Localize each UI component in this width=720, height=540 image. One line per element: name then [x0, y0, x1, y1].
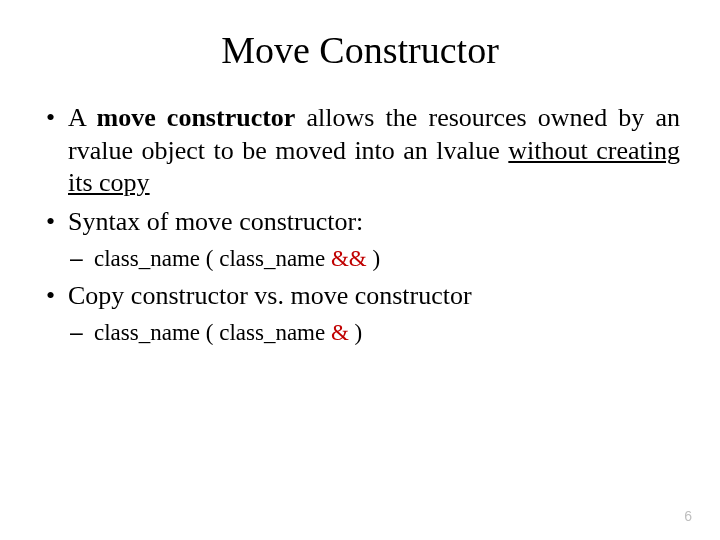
bullet-move-constructor-def: A move constructor allows the resources …	[40, 102, 680, 200]
sub-bullet-list-syntax: class_name ( class_name && )	[40, 244, 680, 274]
bold-move-constructor: move constructor	[97, 103, 296, 132]
bullet-list: A move constructor allows the resources …	[40, 102, 680, 238]
text-fragment: class_name ( class_name	[94, 246, 331, 271]
slide-title: Move Constructor	[40, 28, 680, 72]
sub-bullet-move-syntax: class_name ( class_name && )	[40, 244, 680, 274]
page-number: 6	[684, 508, 692, 524]
red-amp-amp: &&	[331, 246, 367, 271]
slide: Move Constructor A move constructor allo…	[0, 0, 720, 540]
text-fragment: class_name ( class_name	[94, 320, 331, 345]
red-amp: &	[331, 320, 349, 345]
text-fragment: )	[367, 246, 380, 271]
text-fragment: A	[68, 103, 97, 132]
bullet-copy-vs-move: Copy constructor vs. move constructor	[40, 280, 680, 313]
sub-bullet-copy-syntax: class_name ( class_name & )	[40, 318, 680, 348]
sub-bullet-list-copy: class_name ( class_name & )	[40, 318, 680, 348]
bullet-syntax-heading: Syntax of move constructor:	[40, 206, 680, 239]
bullet-list-2: Copy constructor vs. move constructor	[40, 280, 680, 313]
text-fragment: )	[349, 320, 362, 345]
